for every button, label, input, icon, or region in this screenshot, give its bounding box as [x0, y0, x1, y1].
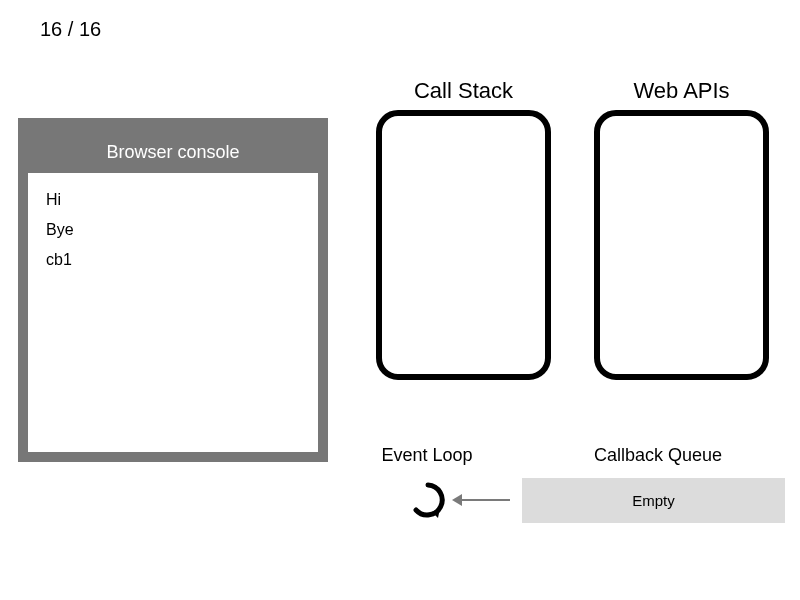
browser-console-title: Browser console	[18, 142, 328, 163]
event-loop-label: Event Loop	[362, 445, 492, 466]
browser-console-output: Hi Bye cb1	[28, 173, 318, 452]
callback-queue-state: Empty	[632, 492, 675, 509]
console-line: Hi	[46, 191, 300, 209]
call-stack-label: Call Stack	[376, 78, 551, 104]
event-loop-cycle-icon	[408, 480, 448, 520]
web-apis-box	[594, 110, 769, 380]
callback-queue-box: Empty	[522, 478, 785, 523]
callback-queue-label: Callback Queue	[548, 445, 768, 466]
web-apis-label: Web APIs	[594, 78, 769, 104]
console-line: Bye	[46, 221, 300, 239]
step-counter: 16 / 16	[40, 18, 101, 41]
queue-to-loop-arrow-icon	[460, 499, 510, 501]
console-line: cb1	[46, 251, 300, 269]
call-stack-box	[376, 110, 551, 380]
browser-console: Browser console Hi Bye cb1	[18, 118, 328, 462]
